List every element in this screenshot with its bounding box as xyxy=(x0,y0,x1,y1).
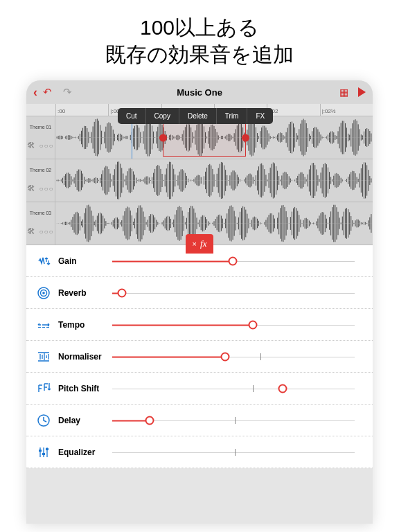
editor-area: CutCopyDeleteTrimFX :00|:00½|:01|:01½|:0… xyxy=(26,104,373,245)
fx-row-normaliser: Normaliser xyxy=(26,341,373,373)
wrench-icon[interactable]: 🛠 xyxy=(27,141,35,150)
fx-row-pitch-shift: Pitch Shift xyxy=(26,373,373,405)
fx-label: Reverb xyxy=(58,288,112,298)
track-sidebar: Theme 01 🛠 ○○○ xyxy=(26,116,55,159)
track-row: Theme 02 🛠 ○○○ xyxy=(26,159,373,202)
slider-knob[interactable] xyxy=(118,288,127,297)
app-window: ‹ ↶ ↷ Music One ▦ CutCopyDeleteTrimFX :0… xyxy=(26,80,373,524)
ctx-trim[interactable]: Trim xyxy=(217,108,248,124)
waveform[interactable] xyxy=(55,159,373,202)
fx-label: Pitch Shift xyxy=(58,384,112,393)
track-name: Theme 02 xyxy=(30,168,52,172)
track-options-icon[interactable]: ○○○ xyxy=(39,228,53,236)
fx-row-reverb: Reverb xyxy=(26,277,373,309)
fx-slider[interactable] xyxy=(112,379,363,398)
tempo-icon xyxy=(36,317,51,332)
reverb-icon xyxy=(36,285,51,301)
fx-slider[interactable] xyxy=(112,315,363,335)
undo-button[interactable]: ↶ xyxy=(43,86,52,98)
close-icon[interactable]: × xyxy=(193,240,197,248)
context-menu: CutCopyDeleteTrimFX xyxy=(118,108,273,124)
fx-label: fx xyxy=(200,238,206,249)
project-title: Music One xyxy=(177,87,222,98)
track-name: Theme 01 xyxy=(30,125,52,130)
ctx-cut[interactable]: Cut xyxy=(118,108,146,124)
fx-panel: × fx Gain Reverb Tempo Normaliser Pitch … xyxy=(26,245,373,468)
slider-knob[interactable] xyxy=(278,384,287,393)
play-button[interactable] xyxy=(358,87,366,97)
svg-rect-3 xyxy=(38,327,41,328)
promo-headline: 100以上ある 既存の効果音を追加 xyxy=(0,0,399,80)
fx-row-equalizer: Equalizer xyxy=(26,436,373,468)
svg-rect-4 xyxy=(42,327,45,328)
svg-rect-8 xyxy=(42,453,45,455)
svg-rect-7 xyxy=(39,450,42,452)
slider-knob[interactable] xyxy=(248,320,257,329)
delay-icon xyxy=(36,413,51,428)
wrench-icon[interactable]: 🛠 xyxy=(27,227,35,236)
fx-label: Normaliser xyxy=(58,352,112,362)
track-sidebar: Theme 02 🛠 ○○○ xyxy=(26,159,55,202)
eq-icon xyxy=(36,445,51,460)
fx-label: Tempo xyxy=(58,320,112,330)
selection[interactable] xyxy=(163,119,246,157)
fx-row-tempo: Tempo xyxy=(26,309,373,341)
wrench-icon[interactable]: 🛠 xyxy=(27,184,35,193)
fx-label: Equalizer xyxy=(58,447,112,457)
back-button[interactable]: ‹ xyxy=(33,85,37,100)
fx-label: Delay xyxy=(58,416,112,425)
fx-slider[interactable] xyxy=(112,443,363,462)
track-options-icon[interactable]: ○○○ xyxy=(39,142,53,150)
pitch-icon xyxy=(36,381,51,396)
save-icon[interactable]: ▦ xyxy=(339,87,348,98)
track-options-icon[interactable]: ○○○ xyxy=(39,185,53,193)
ctx-copy[interactable]: Copy xyxy=(146,108,179,124)
normaliser-icon xyxy=(36,349,51,364)
svg-rect-5 xyxy=(46,327,49,328)
fx-slider[interactable] xyxy=(112,411,363,430)
selection-handle-right[interactable] xyxy=(242,134,249,142)
ctx-delete[interactable]: Delete xyxy=(179,108,217,124)
fx-slider[interactable] xyxy=(112,283,363,303)
gain-icon xyxy=(36,254,51,269)
slider-knob[interactable] xyxy=(228,256,237,265)
svg-rect-9 xyxy=(46,448,48,450)
track-sidebar: Theme 03 🛠 ○○○ xyxy=(26,202,55,245)
selection-handle-left[interactable] xyxy=(159,134,167,142)
svg-point-2 xyxy=(42,292,45,294)
fx-slider[interactable] xyxy=(112,251,363,271)
fx-slider[interactable] xyxy=(112,347,363,366)
app-toolbar: ‹ ↶ ↷ Music One ▦ xyxy=(26,80,373,104)
waveform[interactable] xyxy=(55,202,373,245)
redo-button[interactable]: ↷ xyxy=(63,86,72,98)
ctx-fx[interactable]: FX xyxy=(247,108,273,124)
fx-label: Gain xyxy=(58,256,112,266)
slider-knob[interactable] xyxy=(145,416,154,425)
slider-knob[interactable] xyxy=(220,352,229,361)
fx-row-delay: Delay xyxy=(26,405,373,436)
track-name: Theme 03 xyxy=(30,211,52,215)
